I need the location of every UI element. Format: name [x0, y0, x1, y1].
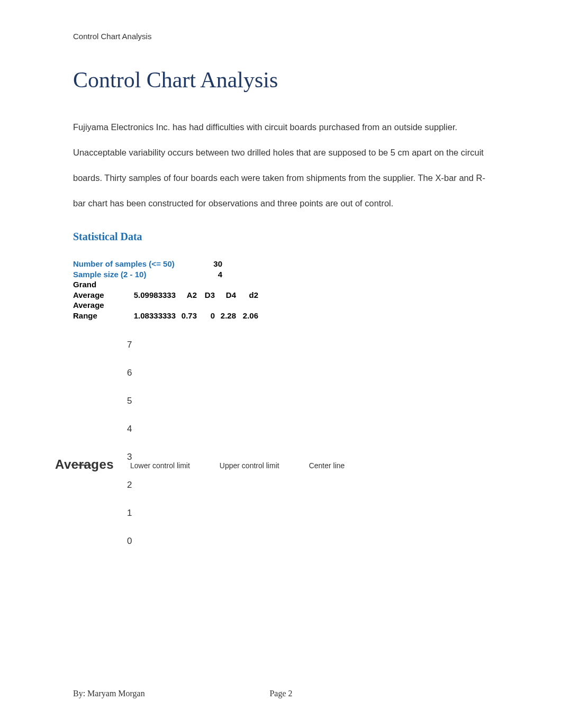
stat-label-grand-2: Average: [73, 290, 122, 301]
section-heading-statistical-data: Statistical Data: [73, 231, 489, 243]
stat-label-grand-1: Grand: [73, 279, 122, 290]
table-row: Average: [73, 300, 489, 311]
page-footer: By: Maryam Morgan Page 2: [73, 689, 489, 698]
stat-value-grand-average: 5.09983333: [122, 290, 179, 301]
stat-value-a2: 0.73: [179, 311, 200, 321]
footer-author: By: Maryam Morgan: [73, 689, 145, 698]
y-tick: 4: [127, 424, 132, 434]
statistics-table: Number of samples (<= 50) 30 Sample size…: [73, 259, 489, 321]
stat-label-avgrange-1: Average: [73, 300, 122, 311]
stat-header-d4-upper: D4: [218, 290, 239, 301]
y-axis-ticks: 7 6 5 4 3 2 1 0: [127, 340, 132, 547]
y-tick: 2: [127, 480, 132, 490]
stat-label-sample-size: Sample size (2 - 10): [73, 269, 205, 280]
chart-legend: Lower control limit Upper control limit …: [130, 461, 345, 470]
y-tick: 5: [127, 396, 132, 406]
stat-header-a2: A2: [179, 290, 200, 301]
y-tick: 0: [127, 536, 132, 547]
intro-paragraph: Fujiyama Electronics Inc. has had diffic…: [73, 115, 489, 216]
footer-page-number: Page 2: [269, 689, 292, 698]
table-row: Grand: [73, 279, 489, 290]
stat-value-average-range: 1.08333333: [122, 311, 179, 321]
y-tick: 1: [127, 508, 132, 518]
y-tick: 3: [127, 452, 132, 462]
stat-value-d3: 0: [200, 311, 218, 321]
stat-label-samples: Number of samples (<= 50): [73, 259, 205, 269]
stat-value-d2-lower: 2.06: [239, 311, 261, 321]
running-header: Control Chart Analysis: [73, 32, 489, 41]
chart-title-overlap: era: [71, 457, 92, 471]
averages-chart: 7 6 5 4 3 2 1 0 Averages Lower control l…: [73, 340, 489, 583]
stat-label-avgrange-2: Range: [73, 311, 122, 321]
legend-upper-control-limit: Upper control limit: [220, 461, 279, 470]
table-row: Range 1.08333333 0.73 0 2.28 2.06: [73, 311, 489, 321]
legend-center-line: Center line: [309, 461, 345, 470]
legend-lower-control-limit: Lower control limit: [130, 461, 190, 470]
page-title: Control Chart Analysis: [73, 67, 489, 93]
chart-title-averages: Averages: [55, 457, 114, 472]
stat-value-sample-size: 4: [205, 269, 225, 280]
stat-header-d3: D3: [200, 290, 218, 301]
table-row: Average 5.09983333 A2 D3 D4 d2: [73, 290, 489, 301]
stat-value-samples: 30: [205, 259, 225, 269]
y-tick: 7: [127, 340, 132, 350]
y-tick: 6: [127, 368, 132, 378]
stat-header-d2-lower: d2: [239, 290, 261, 301]
chart-title-text: Averages: [55, 457, 114, 471]
stat-value-d4-upper: 2.28: [218, 311, 239, 321]
table-row: Number of samples (<= 50) 30: [73, 259, 489, 269]
table-row: Sample size (2 - 10) 4: [73, 269, 489, 280]
